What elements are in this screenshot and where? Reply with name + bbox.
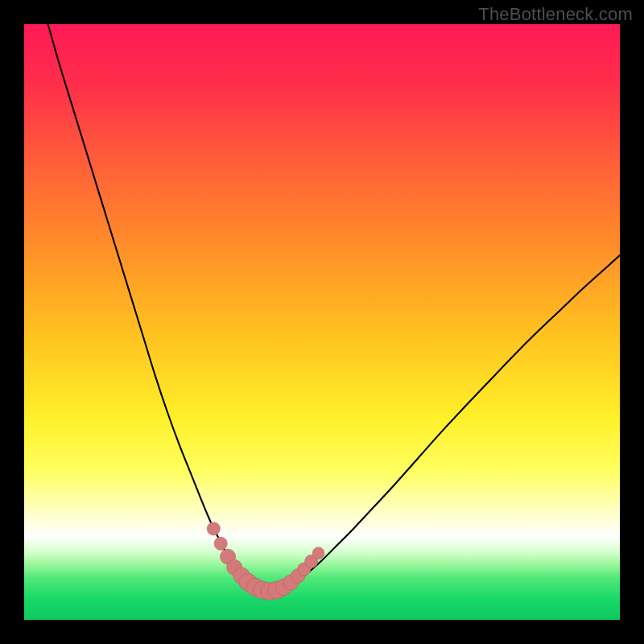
highlight-point	[214, 537, 227, 550]
highlight-point	[312, 547, 324, 559]
highlight-point	[207, 522, 220, 535]
right-curve	[268, 255, 620, 591]
chart-frame: TheBottleneck.com	[0, 0, 644, 644]
plot-area	[24, 24, 620, 620]
watermark-text: TheBottleneck.com	[478, 4, 633, 25]
highlight-markers	[207, 522, 324, 601]
curve-layer	[24, 24, 620, 620]
left-curve	[48, 24, 269, 591]
